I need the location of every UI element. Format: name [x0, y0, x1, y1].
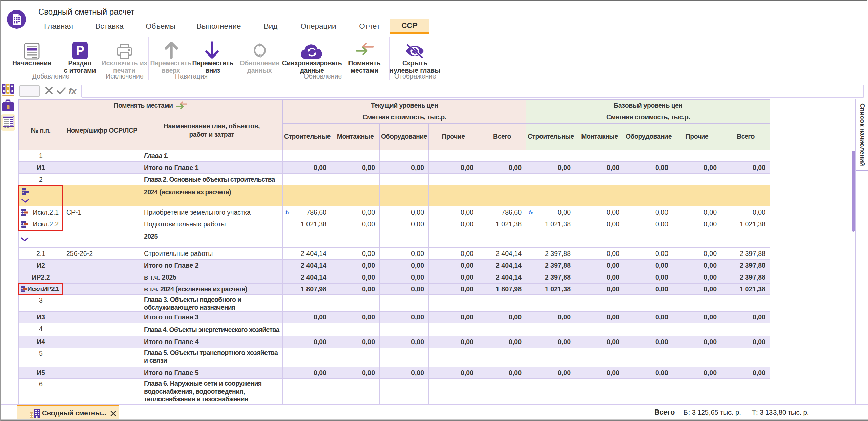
svg-text:P: P [76, 44, 84, 58]
